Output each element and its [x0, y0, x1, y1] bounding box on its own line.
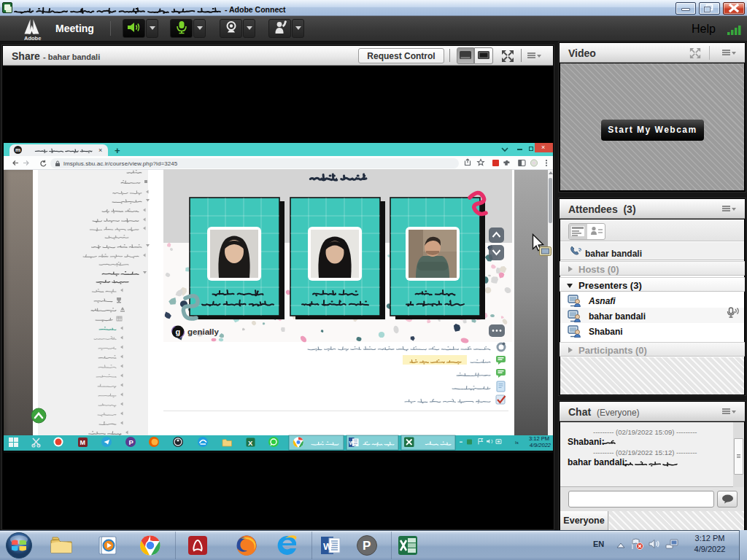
svg-text:W: W — [323, 541, 333, 552]
svg-text:Adobe: Adobe — [24, 35, 41, 41]
svg-text:P: P — [363, 539, 371, 553]
svg-text:- Adobe Connect: - Adobe Connect — [225, 5, 286, 14]
